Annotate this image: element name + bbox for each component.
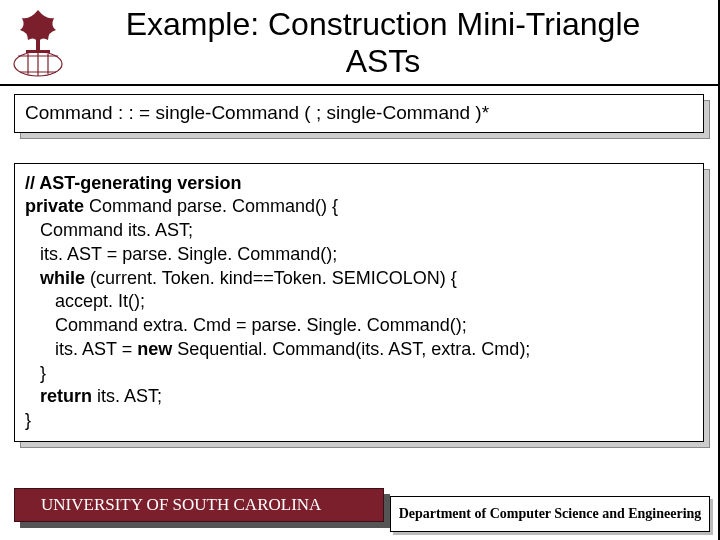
- slide-footer: UNIVERSITY OF SOUTH CAROLINA Department …: [0, 488, 718, 528]
- code-text: Sequential. Command(its. AST, extra. Cmd…: [177, 339, 530, 359]
- slide-content: Command : : = single-Command ( ; single-…: [0, 86, 718, 442]
- kw-return: return: [25, 386, 97, 406]
- code-text: }: [25, 410, 31, 430]
- slide-title: Example: Construction Mini-Triangle ASTs: [68, 4, 698, 80]
- slide-header: Example: Construction Mini-Triangle ASTs: [0, 0, 718, 86]
- code-listing: // AST-generating version private Comman…: [14, 163, 704, 442]
- grammar-box: Command : : = single-Command ( ; single-…: [14, 94, 704, 133]
- kw-new: new: [137, 339, 177, 359]
- code-text: Command extra. Cmd = parse. Single. Comm…: [25, 315, 467, 335]
- university-logo: [8, 6, 68, 80]
- code-box: // AST-generating version private Comman…: [14, 163, 704, 442]
- code-text: }: [25, 363, 46, 383]
- code-text: accept. It();: [25, 291, 145, 311]
- code-text: Command its. AST;: [25, 220, 193, 240]
- code-comment: // AST-generating version: [25, 173, 241, 193]
- footer-university: UNIVERSITY OF SOUTH CAROLINA: [14, 488, 384, 522]
- code-text: its. AST =: [25, 339, 137, 359]
- kw-private: private: [25, 196, 89, 216]
- svg-rect-0: [36, 38, 40, 50]
- code-text: its. AST;: [97, 386, 162, 406]
- title-line-1: Example: Construction Mini-Triangle: [126, 6, 641, 42]
- code-text: Command parse. Command() {: [89, 196, 338, 216]
- footer-department: Department of Computer Science and Engin…: [390, 496, 710, 532]
- code-text: its. AST = parse. Single. Command();: [25, 244, 337, 264]
- kw-while: while: [25, 268, 90, 288]
- grammar-text: Command : : = single-Command ( ; single-…: [14, 94, 704, 133]
- title-line-2: ASTs: [346, 43, 421, 79]
- code-text: (current. Token. kind==Token. SEMICOLON)…: [90, 268, 457, 288]
